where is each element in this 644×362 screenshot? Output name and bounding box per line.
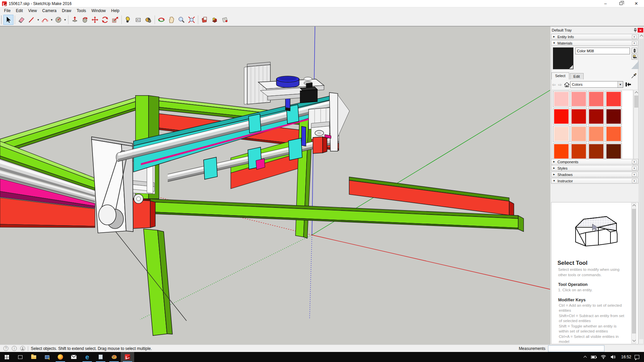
components-header[interactable]: ► Components ×: [551, 159, 638, 165]
firefox-button[interactable]: [54, 352, 67, 362]
circle-tool-button[interactable]: [53, 15, 63, 25]
tray-scrollbar[interactable]: [639, 33, 644, 344]
tray-expand-button[interactable]: [584, 355, 586, 359]
tray-close-button[interactable]: ✕: [638, 28, 643, 33]
shadows-header[interactable]: ► Shadows ×: [551, 172, 638, 177]
model-viewport[interactable]: [0, 26, 550, 345]
volume-icon[interactable]: [611, 355, 615, 359]
scale-tool-button[interactable]: [110, 15, 120, 25]
minimize-button[interactable]: –: [598, 0, 613, 7]
line-tool-dropdown[interactable]: ▼: [37, 18, 40, 21]
paint-button[interactable]: [107, 352, 121, 362]
color-swatch[interactable]: [588, 91, 604, 107]
dropdown-arrow-icon[interactable]: ▼: [618, 81, 623, 87]
sketchup-task-button[interactable]: [121, 352, 134, 362]
move-tool-button[interactable]: [90, 15, 100, 25]
color-swatch[interactable]: [571, 108, 587, 125]
orbit-tool-button[interactable]: [156, 15, 166, 25]
menu-camera[interactable]: Camera: [40, 8, 59, 14]
push-pull-tool-button[interactable]: [70, 15, 80, 25]
menu-window[interactable]: Window: [89, 8, 109, 14]
back-arrow-icon[interactable]: ⇦: [552, 82, 558, 87]
entity-info-close-icon[interactable]: ×: [632, 35, 637, 39]
color-swatch[interactable]: [605, 108, 622, 125]
paint-bucket-tool-button[interactable]: [123, 15, 133, 25]
menu-edit[interactable]: Edit: [13, 8, 25, 14]
menu-view[interactable]: View: [25, 8, 40, 14]
pan-tool-button[interactable]: [166, 15, 176, 25]
menu-draw[interactable]: Draw: [59, 8, 74, 14]
pin-icon[interactable]: [633, 28, 638, 33]
file-explorer-button[interactable]: [27, 352, 40, 362]
action-center-icon[interactable]: [635, 355, 639, 359]
color-swatch[interactable]: [571, 126, 587, 142]
eyedropper-icon[interactable]: [631, 73, 637, 79]
tab-select[interactable]: Select: [551, 72, 569, 79]
color-swatch[interactable]: [605, 91, 622, 107]
shadows-close-icon[interactable]: ×: [632, 173, 637, 177]
styles-header[interactable]: ► Styles ×: [551, 165, 638, 171]
color-swatch[interactable]: [588, 126, 604, 142]
start-button[interactable]: [0, 352, 13, 362]
instructor-scrollbar[interactable]: [631, 203, 636, 344]
arc-tool-dropdown[interactable]: ▼: [50, 18, 53, 21]
mail-button[interactable]: [67, 352, 80, 362]
taskbar-clock[interactable]: 16:52: [621, 355, 631, 359]
credits-icon[interactable]: i: [12, 346, 17, 351]
text-tool-button[interactable]: A1: [133, 15, 143, 25]
color-swatch[interactable]: [571, 91, 587, 107]
geolocation-icon[interactable]: ?: [3, 346, 8, 351]
materials-close-icon[interactable]: ×: [632, 41, 637, 45]
collection-dropdown[interactable]: Colors ▼: [570, 81, 623, 88]
color-swatch[interactable]: [605, 126, 622, 142]
default-material-swatch[interactable]: [631, 61, 639, 69]
warehouse-tool-button[interactable]: [143, 15, 153, 25]
color-swatch[interactable]: [553, 143, 570, 160]
task-view-button[interactable]: [13, 352, 27, 362]
battery-icon[interactable]: [591, 356, 596, 359]
styles-close-icon[interactable]: ×: [632, 166, 637, 170]
sign-in-icon[interactable]: [20, 346, 25, 351]
instructor-close-icon[interactable]: ×: [632, 179, 637, 183]
zoom-extents-tool-button[interactable]: [186, 15, 197, 25]
select-tool-button[interactable]: [3, 15, 13, 25]
details-arrow-icon[interactable]: [625, 82, 631, 87]
color-swatch[interactable]: [553, 91, 570, 107]
line-tool-button[interactable]: [26, 15, 37, 25]
menu-tools[interactable]: Tools: [74, 8, 89, 14]
section-plane-button[interactable]: [220, 15, 230, 25]
color-swatch[interactable]: [588, 108, 604, 125]
material-name-input[interactable]: [575, 48, 630, 54]
color-swatch[interactable]: [553, 108, 570, 125]
color-swatch[interactable]: [553, 126, 570, 142]
notepad-button[interactable]: [94, 352, 107, 362]
create-material-button[interactable]: [632, 54, 637, 60]
wifi-icon[interactable]: [601, 355, 606, 359]
tab-edit[interactable]: Edit: [570, 73, 584, 79]
forward-arrow-icon[interactable]: ⇨: [558, 82, 564, 87]
zoom-tool-button[interactable]: [176, 15, 186, 25]
color-swatch[interactable]: [571, 143, 587, 160]
menu-help[interactable]: Help: [108, 8, 122, 14]
menu-file[interactable]: File: [1, 8, 13, 14]
shadows-style-button[interactable]: [210, 15, 220, 25]
color-swatch[interactable]: [588, 143, 604, 160]
color-swatch[interactable]: [605, 143, 622, 160]
close-button[interactable]: ✕: [629, 0, 644, 7]
material-preview[interactable]: [553, 47, 574, 69]
materials-header[interactable]: ▼ Materials ×: [551, 40, 638, 46]
x-ray-style-button[interactable]: [200, 15, 210, 25]
installer-button[interactable]: [40, 352, 54, 362]
edge-button[interactable]: e: [80, 352, 94, 362]
components-close-icon[interactable]: ×: [632, 160, 637, 164]
follow-me-tool-button[interactable]: [80, 15, 90, 25]
toolbar-grip[interactable]: [1, 15, 2, 24]
swatch-scrollbar[interactable]: [634, 90, 639, 170]
arc-tool-button[interactable]: [40, 15, 50, 25]
eraser-tool-button[interactable]: [16, 15, 26, 25]
restore-button[interactable]: [613, 0, 629, 7]
measurements-input[interactable]: [548, 345, 604, 352]
secondary-pane-button[interactable]: [632, 48, 637, 53]
entity-info-header[interactable]: ► Entity Info ×: [551, 34, 638, 40]
home-icon[interactable]: [564, 82, 570, 87]
